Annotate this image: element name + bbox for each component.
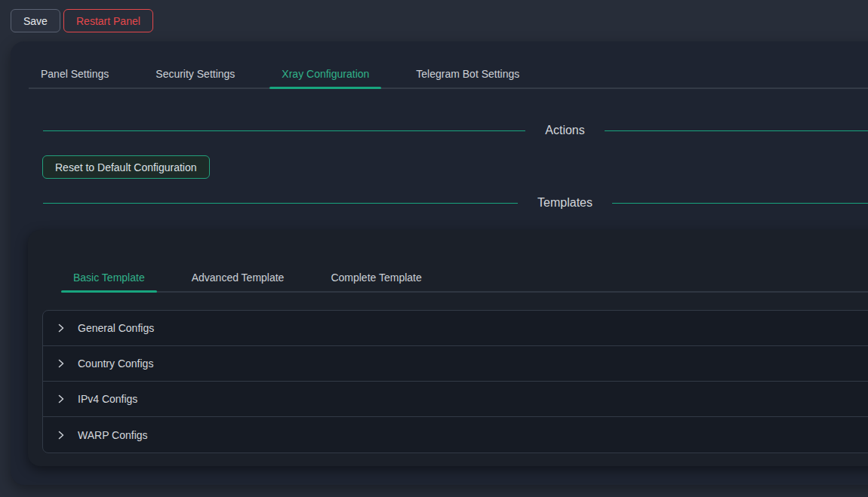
collapse-item-label: General Configs: [78, 322, 154, 334]
chevron-right-icon: [57, 431, 66, 440]
collapse-item-ipv4-configs[interactable]: IPv4 Configs: [43, 382, 868, 417]
collapse-item-label: IPv4 Configs: [78, 393, 137, 405]
tab-security-settings[interactable]: Security Settings: [143, 60, 247, 87]
restart-panel-button[interactable]: Restart Panel: [63, 9, 153, 32]
tab-panel-settings[interactable]: Panel Settings: [29, 60, 121, 87]
settings-tabs: Panel Settings Security Settings Xray Co…: [29, 60, 868, 89]
chevron-right-icon: [57, 359, 66, 368]
actions-divider-label: Actions: [545, 124, 584, 137]
templates-divider-label: Templates: [537, 196, 593, 210]
tab-telegram-bot-settings[interactable]: Telegram Bot Settings: [404, 60, 531, 87]
collapse-item-country-configs[interactable]: Country Configs: [43, 346, 868, 382]
collapse-item-label: WARP Configs: [78, 429, 148, 441]
tab-xray-configuration[interactable]: Xray Configuration: [269, 60, 381, 87]
template-tabs: Basic Template Advanced Template Complet…: [61, 264, 868, 293]
collapse-item-warp-configs[interactable]: WARP Configs: [43, 417, 868, 453]
tab-complete-template[interactable]: Complete Template: [319, 264, 433, 291]
settings-card: Panel Settings Security Settings Xray Co…: [11, 41, 868, 485]
collapse-item-general-configs[interactable]: General Configs: [43, 311, 868, 346]
chevron-right-icon: [57, 324, 66, 333]
templates-card: Basic Template Advanced Template Complet…: [28, 230, 868, 466]
chevron-right-icon: [57, 394, 66, 403]
actions-divider: Actions: [43, 123, 868, 138]
tab-advanced-template[interactable]: Advanced Template: [180, 264, 297, 291]
templates-divider: Templates: [43, 195, 868, 210]
page: Save Restart Panel Panel Settings Securi…: [0, 0, 868, 497]
collapse-item-label: Country Configs: [78, 357, 153, 370]
tab-basic-template[interactable]: Basic Template: [61, 264, 157, 291]
template-config-collapse: General Configs Country Configs IPv4 Con…: [42, 310, 868, 453]
reset-default-configuration-button[interactable]: Reset to Default Configuration: [42, 155, 210, 179]
save-button[interactable]: Save: [11, 9, 60, 32]
